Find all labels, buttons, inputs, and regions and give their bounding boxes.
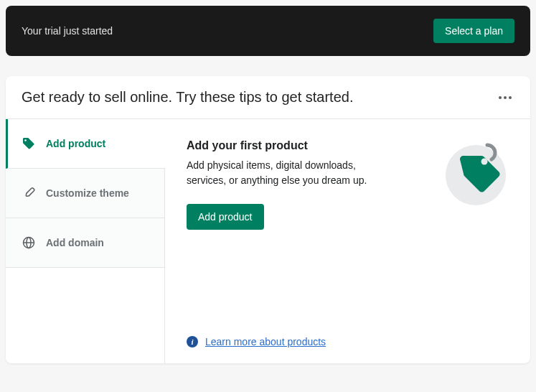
brush-icon	[22, 186, 36, 200]
sidebar-item-customize-theme[interactable]: Customize theme	[6, 169, 164, 218]
svg-point-5	[481, 159, 488, 165]
onboarding-sidebar: Add product Customize theme	[6, 119, 165, 363]
tag-icon	[22, 136, 36, 151]
card-title: Get ready to sell online. Try these tips…	[22, 89, 353, 106]
info-icon: i	[187, 336, 198, 347]
trial-banner: Your trial just started Select a plan	[6, 6, 530, 56]
card-header: Get ready to sell online. Try these tips…	[6, 76, 530, 119]
globe-icon	[22, 235, 36, 250]
content-main: Add your first product Add physical item…	[187, 139, 509, 230]
sidebar-item-label: Add product	[46, 138, 105, 149]
svg-point-0	[24, 139, 27, 141]
select-plan-button[interactable]: Select a plan	[433, 19, 514, 43]
trial-banner-text: Your trial just started	[22, 25, 113, 37]
learn-more-row: i Learn more about products	[187, 322, 509, 347]
content-pane: Add your first product Add physical item…	[165, 119, 530, 363]
add-product-button[interactable]: Add product	[187, 204, 264, 230]
content-description: Add physical items, digital downloads, s…	[187, 158, 387, 188]
product-tag-illustration	[443, 139, 509, 205]
learn-more-link[interactable]: Learn more about products	[205, 336, 326, 347]
sidebar-item-label: Customize theme	[46, 187, 129, 199]
sidebar-spacer	[6, 268, 164, 363]
card-body: Add product Customize theme	[6, 119, 530, 363]
sidebar-item-add-product[interactable]: Add product	[6, 119, 165, 169]
content-heading: Add your first product	[187, 139, 428, 152]
more-icon[interactable]	[496, 93, 514, 102]
content-text: Add your first product Add physical item…	[187, 139, 428, 230]
sidebar-item-label: Add domain	[46, 237, 104, 248]
sidebar-item-add-domain[interactable]: Add domain	[6, 218, 164, 268]
onboarding-card: Get ready to sell online. Try these tips…	[6, 76, 530, 363]
